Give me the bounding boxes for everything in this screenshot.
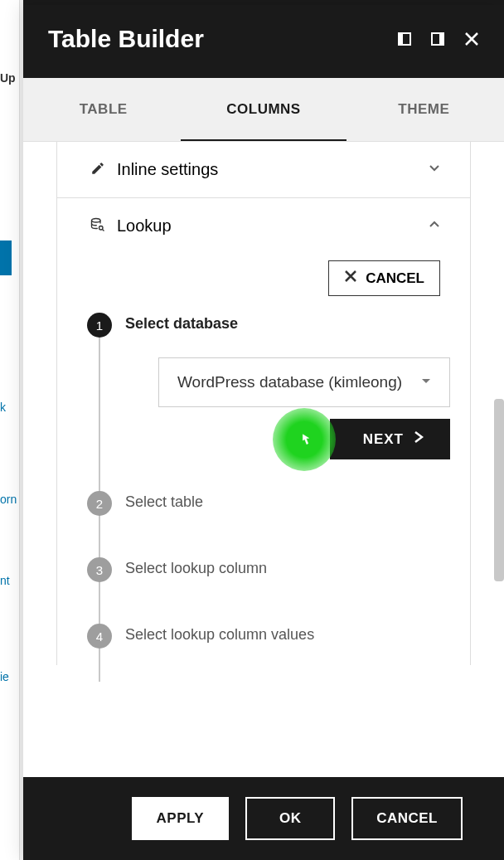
modal-title: Table Builder <box>48 25 204 53</box>
svg-point-4 <box>92 218 101 222</box>
step-2-number: 2 <box>87 491 112 516</box>
modal-panel: Table Builder TABLE COLUMNS THEME <box>23 5 504 860</box>
section-inline-title: Inline settings <box>117 160 218 179</box>
lookup-cancel-label: CANCEL <box>366 270 424 287</box>
chevron-up-icon <box>429 219 440 234</box>
step-4-number: 4 <box>87 624 112 649</box>
bg-sidebar <box>0 0 20 860</box>
tab-theme[interactable]: THEME <box>344 78 504 141</box>
scrollbar-thumb[interactable] <box>494 399 504 581</box>
modal-footer: APPLY OK CANCEL <box>23 777 504 860</box>
tab-table[interactable]: TABLE <box>23 78 183 141</box>
header-controls <box>398 32 479 46</box>
tab-columns[interactable]: COLUMNS <box>183 78 343 141</box>
step-3-number: 3 <box>87 557 112 582</box>
dock-right-icon[interactable] <box>431 32 444 46</box>
step-2-label: Select table <box>125 493 450 511</box>
step-1-number: 1 <box>87 313 112 338</box>
database-search-icon <box>90 217 105 236</box>
click-indicator <box>273 408 336 471</box>
bg-text-k: k <box>0 401 18 414</box>
section-inline-settings: Inline settings <box>56 142 471 197</box>
ok-button[interactable]: OK <box>245 797 335 840</box>
bg-text-ie: ie <box>0 670 18 683</box>
section-lookup-header[interactable]: Lookup <box>57 198 470 254</box>
modal-body: Inline settings Lookup <box>23 142 504 777</box>
chevron-down-icon <box>429 163 440 177</box>
stepper: 1 Select database WordPress database (ki… <box>87 313 450 649</box>
bg-text-orn: orn <box>0 493 18 506</box>
apply-button[interactable]: APPLY <box>132 797 230 840</box>
next-button-label: NEXT <box>363 431 404 448</box>
x-icon <box>344 270 357 287</box>
section-inline-header[interactable]: Inline settings <box>57 142 470 197</box>
close-icon[interactable] <box>464 32 479 46</box>
database-select-value: WordPress database (kimleong) <box>177 373 402 391</box>
svg-point-5 <box>99 226 104 230</box>
step-1: 1 Select database WordPress database (ki… <box>87 313 450 483</box>
step-2: 2 Select table <box>87 491 450 516</box>
caret-down-icon <box>421 375 431 390</box>
dock-left-icon[interactable] <box>398 32 411 46</box>
step-1-label: Select database <box>125 315 450 333</box>
chevron-right-icon <box>414 430 424 448</box>
step-4: 4 Select lookup column values <box>87 624 450 649</box>
modal-header: Table Builder <box>23 5 504 78</box>
edit-icon <box>90 161 105 179</box>
step-3: 3 Select lookup column <box>87 557 450 582</box>
step-4-label: Select lookup column values <box>125 626 450 644</box>
lookup-body: CANCEL 1 Select database WordPress dat <box>57 254 470 665</box>
database-select[interactable]: WordPress database (kimleong) <box>158 357 450 407</box>
section-lookup-title: Lookup <box>117 216 172 236</box>
svg-rect-3 <box>439 33 443 45</box>
tabs: TABLE COLUMNS THEME <box>23 78 504 142</box>
section-lookup: Lookup CANCEL <box>56 197 471 665</box>
bg-text-nt: nt <box>0 574 18 587</box>
cancel-button[interactable]: CANCEL <box>351 797 463 840</box>
step-3-label: Select lookup column <box>125 560 450 577</box>
bg-text-up: Up <box>0 71 18 85</box>
next-button[interactable]: NEXT <box>330 419 450 459</box>
svg-rect-1 <box>399 33 403 45</box>
bg-accent <box>0 241 12 275</box>
lookup-cancel-button[interactable]: CANCEL <box>328 260 440 296</box>
